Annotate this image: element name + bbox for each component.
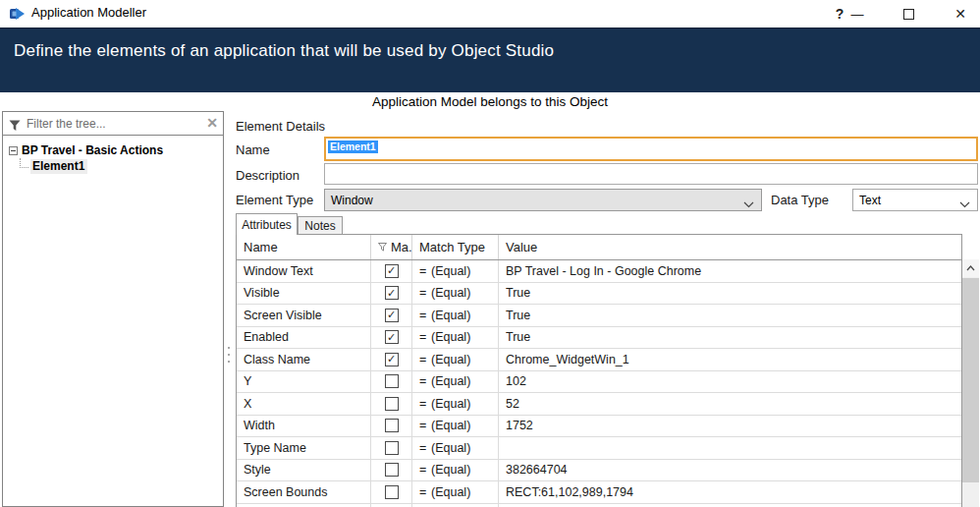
table-row[interactable]: Window Text✓=(Equal)BP Travel - Log In -…	[237, 260, 961, 283]
window-title: Application Modeller	[31, 5, 146, 20]
attr-name-cell[interactable]: Ordinal	[237, 504, 371, 507]
match-checkbox[interactable]	[385, 419, 399, 432]
attr-match-cell	[371, 460, 412, 481]
attr-value-cell[interactable]: RECT:61,102,989,1794	[499, 481, 961, 503]
attr-matchtype-cell[interactable]: =(Equal)	[412, 393, 499, 415]
tree-child-item[interactable]: Element1	[20, 158, 219, 174]
filter-funnel-icon	[378, 240, 388, 254]
tree-filter-row: ✕	[3, 112, 223, 136]
tree-root-item[interactable]: BP Travel - Basic Actions	[9, 142, 219, 158]
attr-value-cell[interactable]	[499, 437, 961, 459]
attr-match-cell: ✓	[371, 283, 412, 305]
attr-name-cell[interactable]: Screen Bounds	[237, 481, 371, 503]
match-checkbox[interactable]: ✓	[385, 286, 399, 300]
description-input[interactable]	[324, 163, 978, 185]
table-row[interactable]: X=(Equal)52	[237, 393, 961, 416]
attr-value-cell[interactable]: True	[499, 305, 961, 326]
column-header-name[interactable]: Name	[237, 235, 371, 259]
description-label: Description	[236, 168, 299, 183]
subheader-text: Application Model belongs to this Object	[0, 92, 980, 111]
element-details-heading: Element Details	[236, 119, 325, 134]
title-bar: Application Modeller ? — ✕	[0, 0, 980, 28]
attr-name-cell[interactable]: X	[237, 393, 371, 415]
table-row[interactable]: Screen Bounds=(Equal)RECT:61,102,989,179…	[237, 481, 961, 504]
tree-connector	[20, 158, 28, 168]
name-input[interactable]: Element1	[324, 137, 978, 161]
attr-matchtype-cell[interactable]: =(Equal)	[412, 305, 499, 326]
match-checkbox[interactable]: ✓	[385, 353, 399, 366]
attr-value-cell[interactable]: Chrome_WidgetWin_1	[499, 349, 961, 370]
element-type-dropdown[interactable]: Window	[324, 189, 762, 211]
attr-name-cell[interactable]: Enabled	[237, 327, 371, 349]
attr-matchtype-cell[interactable]: =(Equal)	[412, 460, 499, 481]
column-header-value[interactable]: Value	[499, 235, 961, 259]
column-header-match-type[interactable]: Match Type	[412, 235, 499, 259]
panel-splitter[interactable]	[225, 111, 236, 507]
attr-matchtype-cell[interactable]: =(Equal)	[412, 260, 499, 282]
scrollbar-thumb[interactable]	[962, 278, 979, 482]
attr-matchtype-cell[interactable]: =(Equal)	[412, 481, 499, 503]
table-row[interactable]: Class Name✓=(Equal)Chrome_WidgetWin_1	[237, 349, 961, 371]
attr-matchtype-cell[interactable]: =(Equal)	[412, 416, 499, 437]
tab-notes[interactable]: Notes	[298, 216, 343, 234]
tree-filter-input[interactable]	[27, 114, 193, 133]
attr-value-cell[interactable]: 52	[499, 393, 961, 415]
attr-name-cell[interactable]: Screen Visible	[237, 305, 371, 326]
attr-value-cell[interactable]: 1	[499, 504, 961, 507]
maximize-button[interactable]	[894, 0, 923, 28]
scroll-up-button[interactable]	[962, 259, 979, 277]
tab-attributes[interactable]: Attributes	[236, 213, 298, 235]
attr-name-cell[interactable]: Width	[237, 416, 371, 437]
attr-matchtype-cell[interactable]: =(Equal)	[412, 327, 499, 349]
match-checkbox[interactable]: ✓	[385, 264, 399, 278]
attr-value-cell[interactable]: 382664704	[499, 460, 961, 481]
data-type-dropdown[interactable]: Text	[852, 189, 978, 211]
attr-name-cell[interactable]: Y	[237, 371, 371, 393]
attr-value-cell[interactable]: 102	[499, 371, 961, 393]
minimize-button[interactable]: —	[844, 0, 870, 28]
table-row[interactable]: Enabled✓=(Equal)True	[237, 327, 961, 350]
table-row[interactable]: Width=(Equal)1752	[237, 416, 961, 438]
match-checkbox[interactable]: ✓	[385, 330, 399, 344]
description-banner: Define the elements of an application th…	[0, 28, 980, 92]
attr-match-cell	[371, 437, 412, 459]
attr-match-cell	[371, 371, 412, 393]
attr-name-cell[interactable]: Visible	[237, 283, 371, 305]
table-row[interactable]: Ordinal=(Equal)1	[237, 504, 961, 507]
clear-filter-icon[interactable]: ✕	[206, 115, 218, 131]
attr-matchtype-cell[interactable]: =(Equal)	[412, 283, 499, 305]
attr-value-cell[interactable]: BP Travel - Log In - Google Chrome	[499, 260, 961, 282]
match-checkbox[interactable]: ✓	[385, 309, 399, 322]
attr-matchtype-cell[interactable]: =(Equal)	[412, 349, 499, 370]
attr-match-cell	[371, 504, 412, 507]
attr-name-cell[interactable]: Window Text	[237, 260, 371, 282]
match-checkbox[interactable]	[385, 397, 399, 411]
attr-matchtype-cell[interactable]: =(Equal)	[412, 437, 499, 459]
maximize-icon	[903, 9, 914, 20]
table-row[interactable]: Type Name=(Equal)	[237, 437, 961, 460]
attr-name-cell[interactable]: Type Name	[237, 437, 371, 459]
app-icon	[9, 6, 26, 22]
match-checkbox[interactable]	[385, 374, 399, 388]
attr-value-cell[interactable]: True	[499, 283, 961, 305]
table-row[interactable]: Y=(Equal)102	[237, 371, 961, 394]
table-row[interactable]: Screen Visible✓=(Equal)True	[237, 305, 961, 327]
table-scrollbar[interactable]	[962, 259, 979, 507]
attr-value-cell[interactable]: True	[499, 327, 961, 349]
close-button[interactable]: ✕	[945, 0, 976, 28]
attr-matchtype-cell[interactable]: =(Equal)	[412, 504, 499, 507]
table-row[interactable]: Style=(Equal)382664704	[237, 460, 961, 482]
attr-value-cell[interactable]: 1752	[499, 416, 961, 437]
data-type-value: Text	[859, 194, 881, 207]
attr-match-cell	[371, 481, 412, 503]
attr-name-cell[interactable]: Style	[237, 460, 371, 481]
tree-child-label: Element1	[30, 159, 87, 174]
attr-name-cell[interactable]: Class Name	[237, 349, 371, 370]
collapse-icon[interactable]	[9, 146, 18, 155]
attr-matchtype-cell[interactable]: =(Equal)	[412, 371, 499, 393]
match-checkbox[interactable]	[385, 463, 399, 477]
column-header-match[interactable]: Ma...	[371, 235, 412, 259]
match-checkbox[interactable]	[385, 441, 399, 455]
match-checkbox[interactable]	[385, 485, 399, 499]
table-row[interactable]: Visible✓=(Equal)True	[237, 283, 961, 306]
